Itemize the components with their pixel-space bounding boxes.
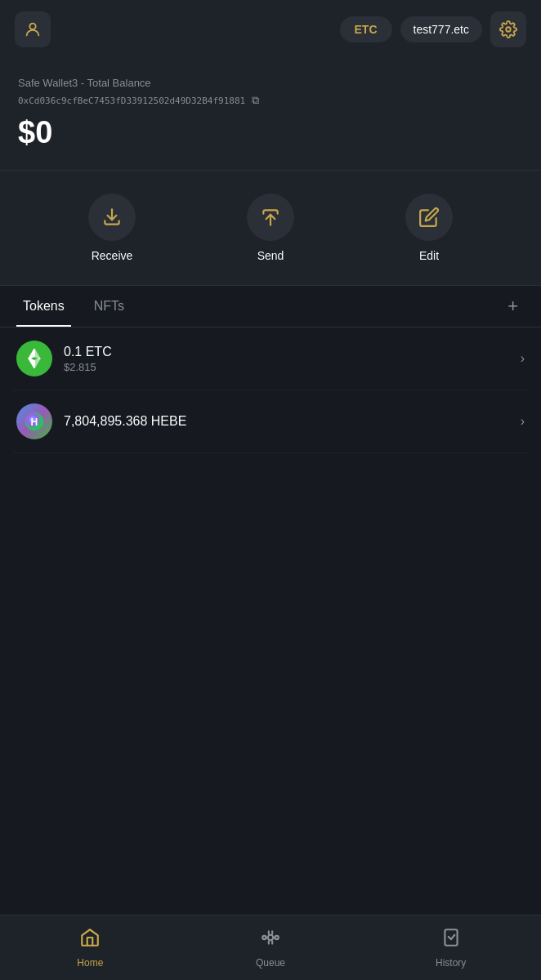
profile-button[interactable]	[15, 11, 51, 47]
send-label: Send	[257, 249, 284, 262]
edit-icon-circle	[405, 194, 453, 241]
add-token-button[interactable]: +	[501, 292, 525, 320]
nav-history[interactable]: History	[418, 927, 484, 969]
wallet-address-row: 0xCd036c9cfBeC7453fD33912502d49D32B4f918…	[18, 94, 523, 107]
hebe-chevron-icon: ›	[521, 414, 525, 429]
svg-text:H: H	[31, 416, 38, 428]
home-icon	[79, 927, 101, 953]
receive-action[interactable]: Receive	[79, 194, 145, 262]
history-nav-label: History	[436, 957, 466, 969]
etc-token-amount: 0.1 ETC	[64, 345, 521, 359]
tabs-section: Tokens NFTs +	[0, 286, 541, 327]
home-nav-label: Home	[77, 957, 103, 969]
header: ETC test777.etc	[0, 0, 541, 59]
token-item-etc[interactable]: 0.1 ETC $2.815 ›	[13, 327, 528, 390]
etc-token-info: 0.1 ETC $2.815	[64, 345, 521, 373]
send-icon-circle	[247, 194, 294, 241]
hebe-token-info: 7,804,895.368 HEBE	[64, 414, 521, 429]
edit-action[interactable]: Edit	[396, 194, 462, 262]
bottom-navigation: Home Queue History	[0, 915, 541, 980]
copy-icon[interactable]: ⧉	[252, 94, 259, 107]
svg-point-0	[29, 24, 35, 29]
etc-chevron-icon: ›	[521, 351, 525, 366]
receive-label: Receive	[92, 249, 133, 262]
send-action[interactable]: Send	[238, 194, 303, 262]
etc-token-value: $2.815	[64, 361, 521, 373]
network-badge[interactable]: ETC	[340, 16, 392, 42]
header-right: ETC test777.etc	[340, 11, 527, 47]
tab-tokens[interactable]: Tokens	[16, 286, 71, 327]
etc-token-icon	[16, 341, 52, 376]
hebe-token-amount: 7,804,895.368 HEBE	[64, 414, 521, 429]
settings-button[interactable]	[490, 11, 526, 47]
receive-icon-circle	[88, 194, 136, 241]
svg-point-1	[506, 27, 511, 32]
nav-home[interactable]: Home	[57, 927, 123, 969]
tab-nfts[interactable]: NFTs	[87, 286, 131, 327]
svg-marker-5	[29, 350, 35, 359]
actions-section: Receive Send Edit	[0, 171, 541, 286]
total-balance: $0	[18, 115, 523, 150]
token-item-hebe[interactable]: H 7,804,895.368 HEBE ›	[13, 390, 528, 453]
history-icon	[440, 927, 462, 953]
wallet-name-badge[interactable]: test777.etc	[400, 16, 483, 42]
nav-queue[interactable]: Queue	[238, 927, 303, 969]
svg-rect-15	[445, 929, 457, 946]
token-list: 0.1 ETC $2.815 › H 7,804,895.368 HEBE	[0, 327, 541, 453]
wallet-title: Safe Wallet3 - Total Balance	[18, 77, 523, 89]
balance-section: Safe Wallet3 - Total Balance 0xCd036c9cf…	[0, 59, 541, 171]
queue-nav-label: Queue	[256, 957, 285, 969]
header-left	[15, 11, 51, 47]
wallet-address: 0xCd036c9cfBeC7453fD33912502d49D32B4f918…	[18, 96, 245, 106]
queue-icon	[260, 927, 281, 953]
edit-label: Edit	[419, 249, 439, 262]
svg-marker-7	[29, 359, 35, 368]
hebe-token-icon: H	[16, 403, 52, 439]
